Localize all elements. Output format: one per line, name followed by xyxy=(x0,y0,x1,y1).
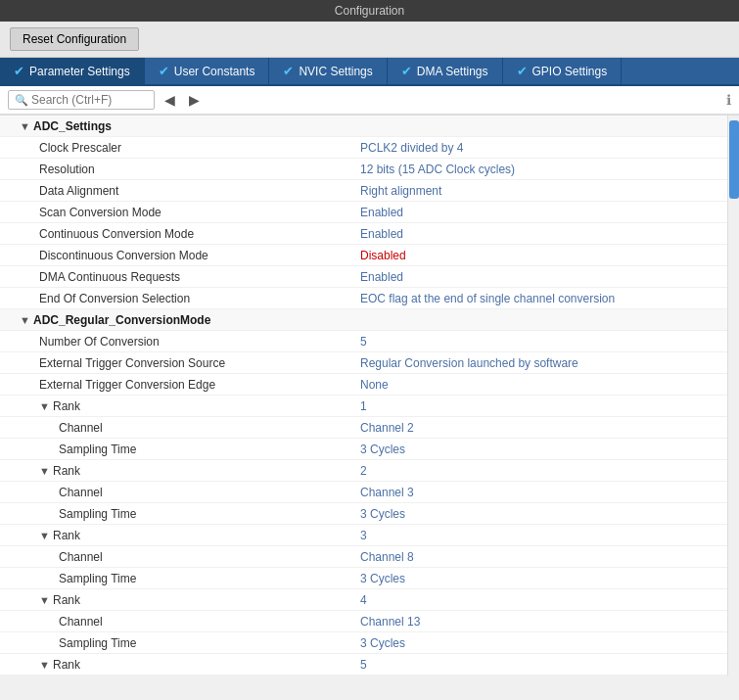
row-resolution: Resolution 12 bits (15 ADC Clock cycles) xyxy=(0,159,727,180)
reset-configuration-button[interactable]: Reset Configuration xyxy=(10,27,139,51)
expand-icon-rank-3[interactable]: ▼ xyxy=(39,530,53,541)
row-external-trigger-source: External Trigger Conversion Source Regul… xyxy=(0,352,727,374)
row-external-trigger-edge: External Trigger Conversion Edge None xyxy=(0,374,727,396)
check-icon-gpio: ✔ xyxy=(517,64,528,78)
tab-gpio-settings[interactable]: ✔ GPIO Settings xyxy=(503,58,623,84)
rank-4-channel: Channel Channel 13 xyxy=(0,611,727,632)
search-input-wrap: 🔍 xyxy=(8,90,155,110)
rank-2-sampling-time: Sampling Time 3 Cycles xyxy=(0,503,727,525)
row-clock-prescaler: Clock Prescaler PCLK2 divided by 4 xyxy=(0,137,727,159)
rank-3-sampling-time: Sampling Time 3 Cycles xyxy=(0,568,727,589)
rank-1-channel: Channel Channel 2 xyxy=(0,417,727,439)
top-bar: Configuration xyxy=(0,0,739,22)
vertical-scrollbar[interactable] xyxy=(727,116,739,676)
rank-3-header[interactable]: ▼ Rank 3 xyxy=(0,525,727,546)
scrollbar-thumb[interactable] xyxy=(729,120,739,199)
expand-icon-rank-2[interactable]: ▼ xyxy=(39,465,53,477)
check-icon-parameter: ✔ xyxy=(14,64,24,78)
rank-4-sampling-time: Sampling Time 3 Cycles xyxy=(0,632,727,654)
tab-dma-settings[interactable]: ✔ DMA Settings xyxy=(388,58,503,84)
row-scan-conversion-mode: Scan Conversion Mode Enabled xyxy=(0,202,727,223)
search-bar: 🔍 ◀ ▶ ℹ xyxy=(0,86,739,115)
rank-3-channel: Channel Channel 8 xyxy=(0,546,727,568)
tree-content: ▼ ADC_Settings Clock Prescaler PCLK2 div… xyxy=(0,116,727,676)
info-icon: ℹ xyxy=(726,92,731,108)
tab-parameter-settings[interactable]: ✔ Parameter Settings xyxy=(0,58,145,84)
check-icon-dma: ✔ xyxy=(401,64,412,78)
expand-icon-adc-settings[interactable]: ▼ xyxy=(20,120,33,132)
search-icon: 🔍 xyxy=(15,94,28,107)
tab-user-constants[interactable]: ✔ User Constants xyxy=(145,58,270,84)
expand-icon-rank-1[interactable]: ▼ xyxy=(39,400,53,412)
row-continuous-conversion-mode: Continuous Conversion Mode Enabled xyxy=(0,223,727,245)
check-icon-user-constants: ✔ xyxy=(159,64,169,78)
row-dma-continuous-requests: DMA Continuous Requests Enabled xyxy=(0,266,727,288)
rank-4-header[interactable]: ▼ Rank 4 xyxy=(0,589,727,611)
top-bar-title: Configuration xyxy=(335,4,404,18)
scrollbar-area: ▼ ADC_Settings Clock Prescaler PCLK2 div… xyxy=(0,116,739,676)
row-number-of-conversion: Number Of Conversion 5 xyxy=(0,331,727,352)
expand-icon-rank-4[interactable]: ▼ xyxy=(39,594,53,606)
tab-nvic-settings[interactable]: ✔ NVIC Settings xyxy=(269,58,387,84)
check-icon-nvic: ✔ xyxy=(283,64,294,78)
expand-icon-rank-5[interactable]: ▼ xyxy=(39,659,53,671)
rank-2-header[interactable]: ▼ Rank 2 xyxy=(0,460,727,482)
section-adc-settings[interactable]: ▼ ADC_Settings xyxy=(0,116,727,137)
nav-prev-icon[interactable]: ◀ xyxy=(161,90,179,110)
content-area: ▼ ADC_Settings Clock Prescaler PCLK2 div… xyxy=(0,115,739,676)
rank-5-header[interactable]: ▼ Rank 5 xyxy=(0,654,727,676)
rank-2-channel: Channel Channel 3 xyxy=(0,482,727,503)
section-adc-regular[interactable]: ▼ ADC_Regular_ConversionMode xyxy=(0,309,727,331)
row-end-of-conversion-selection: End Of Conversion Selection EOC flag at … xyxy=(0,288,727,309)
rank-1-header[interactable]: ▼ Rank 1 xyxy=(0,396,727,417)
reset-bar: Reset Configuration xyxy=(0,22,739,58)
rank-1-sampling-time: Sampling Time 3 Cycles xyxy=(0,439,727,460)
row-discontinuous-conversion-mode: Discontinuous Conversion Mode Disabled xyxy=(0,245,727,266)
expand-icon-adc-regular[interactable]: ▼ xyxy=(20,314,33,326)
search-input[interactable] xyxy=(31,93,149,107)
nav-next-icon[interactable]: ▶ xyxy=(185,90,204,110)
tabs-bar: ✔ Parameter Settings ✔ User Constants ✔ … xyxy=(0,58,739,86)
row-data-alignment: Data Alignment Right alignment xyxy=(0,180,727,202)
